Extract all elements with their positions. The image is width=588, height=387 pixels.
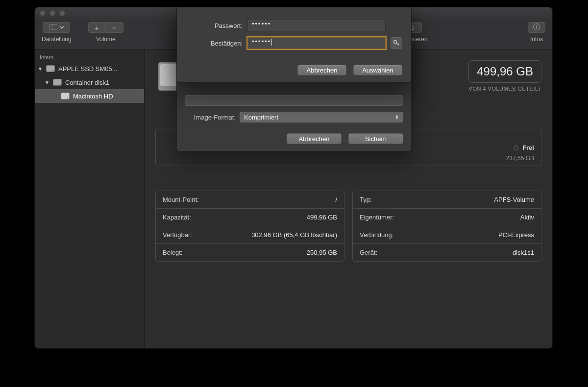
- toolbar-volume-label: Volume: [96, 36, 116, 43]
- info-icon: [533, 23, 540, 32]
- usage-free-label: Frei: [522, 144, 534, 151]
- app-window: Festplattendienstprogramm Darstellung + …: [34, 7, 553, 349]
- toolbar-info-label: Infos: [530, 36, 543, 43]
- dropdown-arrows-icon: ▲▼: [395, 115, 399, 120]
- disclosure-triangle-icon[interactable]: ▼: [45, 80, 49, 85]
- sidebar: Intern ▼ APPLE SSD SM05... ▼ Container d…: [35, 49, 145, 348]
- image-format-label: Image-Format:: [185, 114, 236, 121]
- internal-drive-icon: [46, 65, 55, 73]
- info-col-right: Typ:APFS-Volume Eigentümer:Aktiv Verbind…: [352, 191, 541, 262]
- remove-volume-button[interactable]: −: [106, 22, 123, 33]
- info-button[interactable]: [528, 22, 545, 33]
- password-choose-button[interactable]: Auswählen: [353, 65, 402, 75]
- usage-free-legend: Frei: [514, 144, 534, 151]
- svg-rect-9: [536, 26, 537, 28]
- view-button[interactable]: [43, 22, 70, 33]
- create-image-cancel-button[interactable]: Abbrechen: [287, 133, 342, 144]
- sidebar-section-internal: Intern: [35, 52, 144, 62]
- add-volume-button[interactable]: +: [88, 22, 106, 33]
- info-row: Gerät:disk1s1: [353, 244, 541, 261]
- password-sheet: Passwort: •••••• Bestätigen: •••••• Abbr…: [176, 7, 412, 83]
- confirm-label: Bestätigen:: [186, 40, 243, 47]
- sidebar-item-physical-disk[interactable]: ▼ APPLE SSD SM05...: [35, 62, 144, 75]
- chevron-down-icon: [60, 26, 64, 29]
- sidebar-item-label: Container disk1: [65, 79, 109, 86]
- password-label: Passwort:: [186, 22, 243, 29]
- password-cancel-button[interactable]: Abbrechen: [297, 65, 346, 75]
- svg-point-19: [394, 41, 397, 44]
- info-col-left: Mount-Point:/ Kapazität:499,96 GB Verfüg…: [155, 191, 344, 262]
- password-input[interactable]: ••••••: [247, 20, 386, 31]
- svg-rect-12: [53, 79, 62, 86]
- svg-rect-10: [47, 66, 55, 72]
- toolbar-view-group: Darstellung: [42, 22, 72, 43]
- info-row: Typ:APFS-Volume: [353, 191, 541, 209]
- plus-icon: +: [95, 24, 99, 32]
- internal-drive-icon: [60, 92, 70, 100]
- legend-dot-free-icon: [514, 145, 518, 150]
- sidebar-item-container[interactable]: ▼ Container disk1: [35, 75, 144, 89]
- info-row: Kapazität:499,96 GB: [156, 209, 344, 226]
- image-format-value: Komprimiert: [244, 114, 278, 121]
- capacity-display: 499,96 GB: [468, 60, 541, 83]
- capacity-subtitle: VON 4 VOLUMES GETEILT: [469, 86, 541, 92]
- svg-point-8: [536, 25, 537, 26]
- disclosure-triangle-icon[interactable]: ▼: [38, 66, 43, 72]
- key-icon: [393, 40, 400, 47]
- svg-rect-0: [49, 24, 57, 29]
- image-format-dropdown[interactable]: Komprimiert ▲▼: [240, 112, 403, 122]
- svg-point-15: [67, 97, 68, 98]
- internal-drive-icon: [52, 78, 62, 86]
- minus-icon: −: [112, 24, 117, 32]
- toolbar-info-group: Infos: [528, 22, 545, 43]
- sidebar-layout-icon: [49, 23, 57, 32]
- info-row: Mount-Point:/: [156, 191, 344, 209]
- usage-free-value: 237,55 GB: [506, 155, 534, 162]
- toolbar-volume-group: + − Volume: [88, 22, 123, 43]
- password-assistant-button[interactable]: [391, 37, 402, 49]
- info-row: Verfügbar:302,96 GB (65,4 GB löschbar): [156, 226, 344, 244]
- sidebar-item-label: Macintosh HD: [73, 93, 113, 100]
- info-row: Belegt:250,95 GB: [156, 244, 344, 261]
- sidebar-item-volume[interactable]: Macintosh HD: [35, 89, 144, 103]
- sidebar-item-label: APPLE SSD SM05...: [58, 65, 118, 73]
- encryption-dropdown-obscured[interactable]: [185, 95, 403, 106]
- svg-point-11: [52, 70, 53, 71]
- image-format-row: Image-Format: Komprimiert ▲▼: [177, 109, 411, 125]
- svg-rect-14: [61, 93, 70, 99]
- toolbar-view-label: Darstellung: [42, 36, 72, 43]
- info-row: Verbindung:PCI-Express: [353, 226, 541, 244]
- info-row: Eigentümer:Aktiv: [353, 209, 541, 226]
- confirm-password-input[interactable]: ••••••: [247, 37, 386, 49]
- volume-info-table: Mount-Point:/ Kapazität:499,96 GB Verfüg…: [155, 191, 541, 262]
- create-image-save-button[interactable]: Sichern: [348, 133, 403, 144]
- svg-point-13: [59, 84, 60, 85]
